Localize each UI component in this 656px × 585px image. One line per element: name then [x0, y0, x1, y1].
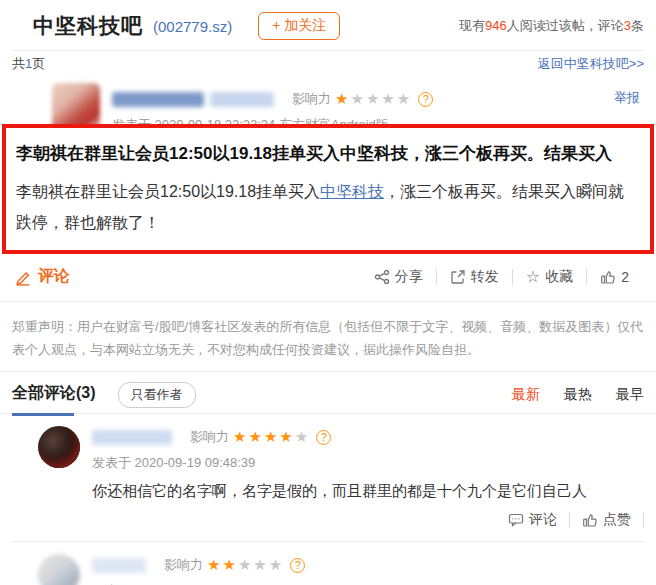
comment-item: 影响力 ★★★★★ ? 发表于 2020-09-18 23:21:21 哈哈哈！… [0, 542, 656, 585]
commenter-username-censored[interactable] [92, 430, 172, 445]
op-username-censored-2 [210, 92, 274, 107]
page-info: 共1页 [12, 55, 45, 73]
comment-bubble-icon [508, 512, 524, 528]
share-icon [374, 269, 390, 285]
comments-header: 全部评论(3) 只看作者 最新 最热 最早 [0, 372, 656, 414]
stock-code-link[interactable]: (002779.sz) [153, 18, 232, 35]
op-username-censored[interactable] [112, 92, 204, 107]
commenter-username-censored[interactable] [92, 558, 146, 573]
thumbs-up-icon [582, 512, 598, 528]
commenter-influence-stars: ★★★★★ [207, 556, 284, 574]
forward-button[interactable]: 转发 [437, 268, 512, 286]
author-only-button[interactable]: 只看作者 [118, 382, 196, 408]
disclaimer-text: 郑重声明：用户在财富号/股吧/博客社区发表的所有信息（包括但不限于文字、视频、音… [0, 306, 656, 371]
all-comments-tab[interactable]: 全部评论(3) [12, 383, 96, 416]
op-influence-stars: ★★★★★ [335, 90, 412, 108]
favorite-button[interactable]: ☆ 收藏 [513, 267, 586, 286]
comment-count: 3 [624, 18, 631, 33]
report-link[interactable]: 举报 [614, 89, 640, 107]
divider [643, 512, 644, 528]
sort-newest[interactable]: 最新 [512, 386, 540, 404]
comment-reply-button[interactable]: 评论 [496, 511, 569, 529]
comment-item: 影响力 ★★★★★ ? 发表于 2020-09-19 09:48:39 你还相信… [0, 414, 656, 541]
topbar: 中坚科技吧 (002779.sz) + 加关注 现有946人阅读过该帖，评论3条… [0, 0, 656, 77]
star-icon: ☆ [526, 267, 540, 286]
divider [0, 301, 656, 302]
bar-title: 中坚科技吧 [33, 12, 143, 40]
stock-link[interactable]: 中坚科技 [320, 183, 384, 200]
comment-like-button[interactable]: 点赞 [570, 511, 643, 529]
sort-earliest[interactable]: 最早 [616, 386, 644, 404]
follow-button[interactable]: + 加关注 [258, 12, 340, 40]
like-button[interactable]: 2 [587, 269, 642, 285]
post-title: 李朝祺在群里让会员12:50以19.18挂单买入中坚科技，涨三个板再买。结果买入 [16, 142, 640, 165]
sort-hottest[interactable]: 最热 [564, 386, 592, 404]
influence-help-icon[interactable]: ? [418, 92, 433, 107]
back-to-bar-link[interactable]: 返回中坚科技吧>> [538, 55, 644, 73]
comment-date: 发表于 2020-09-19 09:48:39 [92, 454, 644, 472]
forward-icon [450, 269, 466, 285]
read-count: 946 [485, 18, 507, 33]
comment-text: 你还相信它的名字啊，名字是假的，而且群里的都是十个九个是它们自己人 [92, 481, 644, 501]
influence-help-icon[interactable]: ? [316, 430, 331, 445]
share-button[interactable]: 分享 [361, 268, 436, 286]
influence-label: 影响力 [164, 556, 203, 574]
read-stats: 现有946人阅读过该帖，评论3条 [459, 17, 644, 35]
post-header: 影响力 ★★★★★ ? 发表于 2020-09-18 22:22:24 东方财富… [0, 77, 656, 131]
influence-label: 影响力 [190, 428, 229, 446]
influence-help-icon[interactable]: ? [290, 558, 305, 573]
comment-button[interactable]: 评论 [14, 266, 70, 287]
influence-label: 影响力 [292, 90, 331, 108]
commenter-avatar[interactable] [38, 426, 80, 468]
pencil-icon [14, 268, 32, 286]
highlighted-post-box: 李朝祺在群里让会员12:50以19.18挂单买入中坚科技，涨三个板再买。结果买入… [2, 124, 654, 254]
post-body: 李朝祺在群里让会员12:50以19.18挂单买入中坚科技，涨三个板再买。结果买入… [16, 176, 640, 238]
thumbs-up-icon [600, 269, 616, 285]
commenter-influence-stars: ★★★★★ [233, 428, 310, 446]
commenter-avatar[interactable] [38, 554, 80, 585]
post-toolbar: 评论 分享 转发 ☆ 收藏 2 [0, 254, 656, 297]
